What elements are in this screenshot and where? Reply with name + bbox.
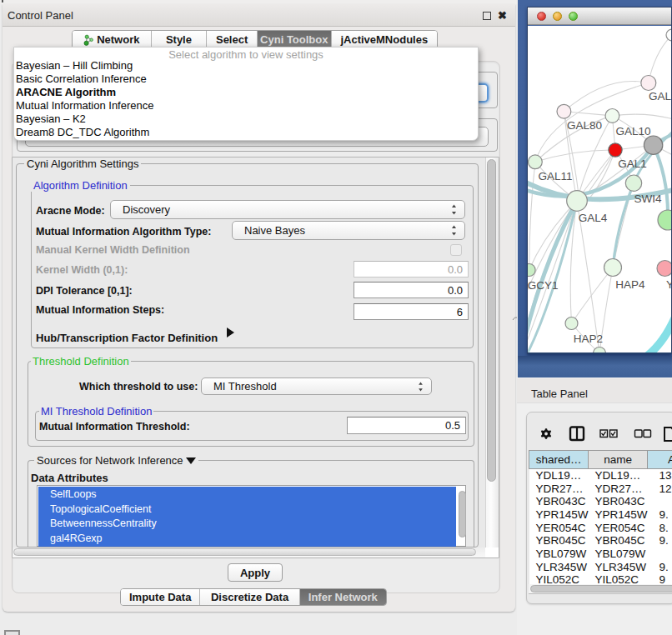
svg-text:HAP2: HAP2 — [574, 332, 603, 345]
svg-text:GAL7: GAL7 — [649, 90, 671, 102]
svg-text:YM: YM — [666, 278, 671, 291]
svg-text:GAL1: GAL1 — [618, 158, 647, 170]
svg-text:GAL80: GAL80 — [567, 119, 602, 132]
svg-text:GCY1: GCY1 — [528, 279, 558, 292]
svg-text:HAP4: HAP4 — [615, 278, 645, 291]
svg-text:GAL11: GAL11 — [538, 170, 572, 182]
svg-text:SWI4: SWI4 — [634, 192, 661, 205]
svg-text:GAL10: GAL10 — [615, 125, 650, 138]
svg-text:GAL4: GAL4 — [579, 212, 608, 224]
